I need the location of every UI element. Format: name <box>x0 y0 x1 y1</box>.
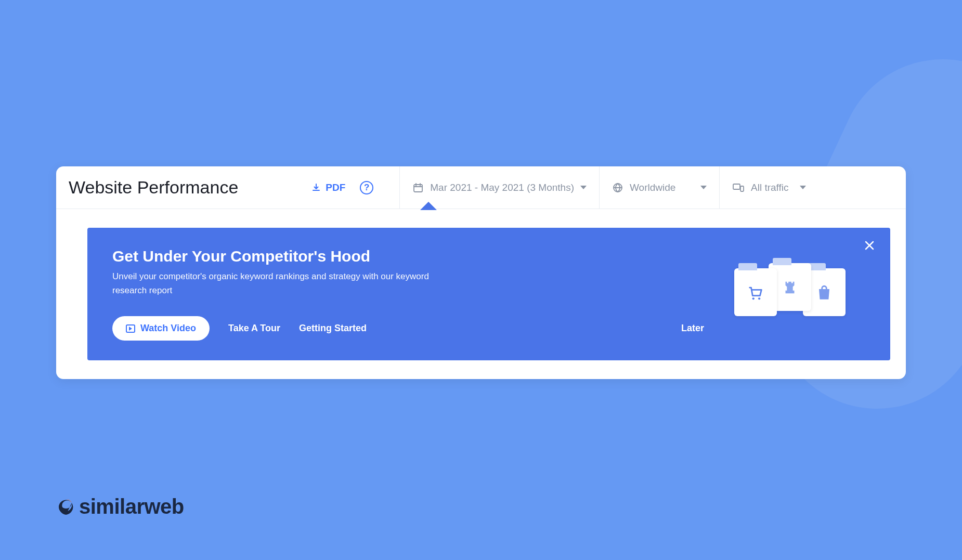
traffic-label: All traffic <box>751 182 789 193</box>
svg-point-4 <box>752 297 755 299</box>
getting-started-button[interactable]: Getting Started <box>299 323 367 334</box>
video-icon <box>126 324 135 333</box>
take-tour-button[interactable]: Take A Tour <box>228 323 280 334</box>
globe-icon <box>612 182 623 193</box>
devices-icon <box>732 182 745 193</box>
brand-logo: similarweb <box>56 495 184 518</box>
svg-rect-3 <box>740 186 744 191</box>
rook-icon <box>781 279 799 296</box>
region-label: Worldwide <box>630 182 675 193</box>
date-range-label: Mar 2021 - May 2021 (3 Months) <box>430 182 574 193</box>
svg-rect-0 <box>414 185 422 192</box>
traffic-selector[interactable]: All traffic <box>720 166 818 209</box>
watch-video-label: Watch Video <box>140 323 196 334</box>
main-card: Website Performance PDF ? Mar 2021 - May… <box>56 166 906 379</box>
svg-rect-2 <box>733 184 740 189</box>
svg-point-5 <box>758 297 760 299</box>
banner-pointer <box>420 202 437 210</box>
help-button[interactable]: ? <box>360 181 373 194</box>
banner-subtitle: Unveil your competitor's organic keyword… <box>112 269 435 297</box>
chevron-down-icon <box>580 186 587 189</box>
banner-illustration <box>734 263 854 325</box>
calendar-icon <box>412 182 424 193</box>
download-icon <box>311 183 321 193</box>
cart-icon <box>747 284 764 302</box>
close-icon <box>863 239 876 252</box>
pdf-export-button[interactable]: PDF <box>311 182 345 193</box>
help-icon: ? <box>364 183 369 193</box>
banner-container: Get Under Your Competitor's Hood Unveil … <box>56 209 906 379</box>
brand-name: similarweb <box>79 495 184 518</box>
chevron-down-icon <box>800 186 806 189</box>
close-button[interactable] <box>863 239 876 252</box>
later-button[interactable]: Later <box>681 323 704 334</box>
page-title: Website Performance <box>69 177 238 198</box>
pdf-label: PDF <box>326 182 345 193</box>
bag-icon <box>815 284 833 302</box>
promo-banner: Get Under Your Competitor's Hood Unveil … <box>87 228 890 360</box>
similarweb-icon <box>56 497 76 517</box>
chevron-down-icon <box>700 186 707 189</box>
header-bar: Website Performance PDF ? Mar 2021 - May… <box>56 166 906 209</box>
watch-video-button[interactable]: Watch Video <box>112 316 210 341</box>
region-selector[interactable]: Worldwide <box>600 166 719 209</box>
illustration-card <box>734 268 777 316</box>
